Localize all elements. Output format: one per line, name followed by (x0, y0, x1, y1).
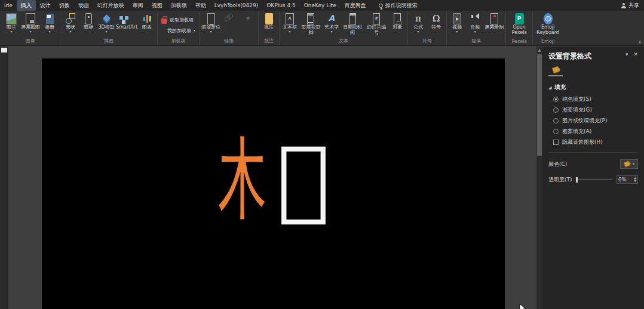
person-icon (621, 6, 626, 8)
audio-button[interactable]: 音频▾ (466, 12, 484, 33)
titlebar: ide 插入 设计 切换 动画 幻灯片放映 审阅 视图 加载项 帮助 LvyhT… (0, 0, 644, 11)
option-pattern-fill[interactable]: 图案填充(A) (553, 128, 638, 135)
get-addins-button[interactable]: 获取加载项 (159, 14, 196, 26)
transparency-row: 透明度(T) 0% ▲▼ (548, 175, 638, 184)
video-button[interactable]: 视频▾ (448, 12, 466, 33)
tab-help[interactable]: 帮助 (191, 0, 210, 11)
tab-baidu-netdisk[interactable]: 百度网盘 (341, 0, 370, 11)
emoji-keyboard-icon: ☺ (544, 13, 553, 24)
screenshot-button[interactable]: 屏幕截图▾ (20, 12, 41, 33)
link-button[interactable] (221, 12, 239, 24)
header-footer-button[interactable]: 页眉和页脚 (299, 12, 323, 35)
group-label-media: 媒体 (448, 38, 504, 45)
symbol-icon: Ω (433, 13, 440, 24)
panel-menu-chevron-icon[interactable]: ▾ (625, 51, 628, 57)
group-label-links: 链接 (201, 38, 257, 45)
mouse-cursor (519, 303, 526, 309)
tab-transitions[interactable]: 切换 (55, 0, 74, 11)
equation-button[interactable]: π 公式▾ (409, 12, 427, 33)
my-addins-button[interactable]: 我的加载项▾ (159, 26, 198, 36)
scrollbar-thumb[interactable] (537, 54, 542, 156)
color-picker-button[interactable]: ▾ (620, 159, 638, 169)
option-hide-background-graphics[interactable]: 隐藏背景图形(H) (553, 138, 638, 146)
collapse-ribbon-icon[interactable]: ∧ (638, 39, 642, 45)
date-time-button[interactable]: 日期和时间 (341, 12, 364, 35)
option-gradient-fill[interactable]: 渐变填充(G) (553, 106, 638, 114)
object-button[interactable]: 对象 (388, 12, 406, 30)
screenshot-icon (26, 13, 35, 24)
dropdown-caret-icon: ▾ (210, 30, 212, 33)
tab-insert[interactable]: 插入 (17, 0, 36, 11)
group-label-images: 图像 (2, 38, 59, 45)
share-button[interactable]: 共享 (621, 2, 639, 10)
transparency-value: 0% (618, 177, 634, 183)
panel-close-icon[interactable]: ✕ (633, 51, 638, 57)
dropdown-caret-icon: ▾ (10, 30, 12, 33)
smartart-icon (119, 16, 123, 20)
ribbon: 图片▾ 屏幕截图▾ 相册▾ 图像 形状▾ 图标 (0, 11, 644, 46)
slide[interactable]: 木 𠃓 (42, 58, 505, 309)
open-pexels-button[interactable]: P Open Pexels (507, 12, 531, 35)
dropdown-caret-icon: ▾ (48, 30, 50, 33)
dropdown-caret-icon: ▾ (474, 30, 476, 33)
dropdown-caret-icon: ▾ (29, 30, 31, 33)
insert-picture-button[interactable]: 图片▾ (2, 12, 20, 33)
tab-slideshow[interactable]: 幻灯片放映 (93, 0, 128, 11)
tab-onekey[interactable]: OneKey Lite (300, 0, 341, 11)
ribbon-group-illustrations: 形状▾ 图标 3D模型▾ SmartArt 图表 插图 (60, 12, 158, 45)
zoom-definition-button[interactable]: 缩放定位▾ (201, 12, 221, 33)
tab-lvyhtools[interactable]: LvyhTools(0429) (210, 0, 262, 11)
tab-addins[interactable]: 加载项 (167, 0, 191, 11)
radio-icon (553, 118, 559, 123)
group-label-symbols: 符号 (409, 38, 445, 45)
canvas-scrollbar[interactable]: ▲ (536, 47, 542, 309)
screen-record-button[interactable]: 屏幕录制 (484, 12, 504, 30)
fill-section-header[interactable]: ◢ 填充 (548, 84, 638, 91)
option-solid-fill[interactable]: 纯色填充(S) (553, 95, 638, 103)
emoji-keyboard-button[interactable]: ☺ Emoji Keyboard (534, 12, 562, 35)
ribbon-group-images: 图片▾ 屏幕截图▾ 相册▾ 图像 (1, 12, 60, 45)
slide-thumbnail-strip[interactable] (0, 47, 8, 309)
symbol-button[interactable]: Ω 符号 (427, 12, 445, 30)
transparency-slider[interactable] (576, 180, 612, 180)
ribbon-group-symbols: π 公式▾ Ω 符号 符号 (408, 12, 447, 45)
ribbon-group-pexels: P Open Pexels Pexels (506, 12, 533, 45)
tab-view[interactable]: 视图 (148, 0, 167, 11)
comment-button[interactable]: 批注 (260, 12, 278, 30)
action-button[interactable]: ★ (239, 12, 257, 24)
tab-review[interactable]: 审阅 (128, 0, 148, 11)
wordart-button[interactable]: A 艺术字▾ (323, 12, 341, 33)
equation-icon: π (415, 13, 421, 24)
scroll-up-icon[interactable]: ▲ (538, 47, 541, 52)
dropdown-caret-icon: ▾ (331, 30, 333, 33)
fill-tab[interactable] (548, 67, 563, 76)
dropdown-caret-icon: ▾ (105, 30, 107, 33)
3d-models-button[interactable]: 3D模型▾ (97, 12, 115, 33)
slide-thumbnail[interactable] (1, 48, 7, 52)
ribbon-group-media: 视频▾ 音频▾ 屏幕录制 媒体 (447, 12, 506, 45)
audio-icon (471, 13, 479, 24)
tell-me-search[interactable]: 操作说明搜索 (379, 2, 418, 10)
icons-icon (85, 13, 92, 24)
icons-button[interactable]: 图标 (79, 12, 97, 30)
lightbulb-icon (379, 4, 383, 8)
slide-title-text: 木 𠃓 (198, 134, 330, 223)
shapes-button[interactable]: 形状▾ (62, 12, 79, 33)
textbox-button[interactable]: A 文本框▾ (281, 12, 299, 33)
option-picture-texture-fill[interactable]: 图片或纹理填充(P) (553, 117, 638, 125)
tab-ide[interactable]: ide (0, 0, 17, 11)
chart-button[interactable]: 图表 (138, 12, 156, 30)
dropdown-caret-icon: ▾ (69, 30, 71, 33)
slide-char-right: 𠃓 (277, 134, 330, 223)
tell-me-label: 操作说明搜索 (385, 2, 418, 10)
transparency-spinner[interactable]: 0% ▲▼ (617, 175, 638, 184)
slide-number-button[interactable]: # 幻灯片编号 (364, 12, 388, 35)
tab-design[interactable]: 设计 (36, 0, 55, 11)
smartart-button[interactable]: SmartArt (115, 12, 138, 30)
tab-animations[interactable]: 动画 (74, 0, 93, 11)
tab-okplus[interactable]: OKPlus 4.5 (262, 0, 299, 11)
spinner-arrows-icon[interactable]: ▲▼ (634, 177, 636, 183)
photo-album-button[interactable]: 相册▾ (41, 12, 59, 33)
transparency-label: 透明度(T) (548, 176, 572, 184)
action-icon: ★ (245, 13, 251, 24)
